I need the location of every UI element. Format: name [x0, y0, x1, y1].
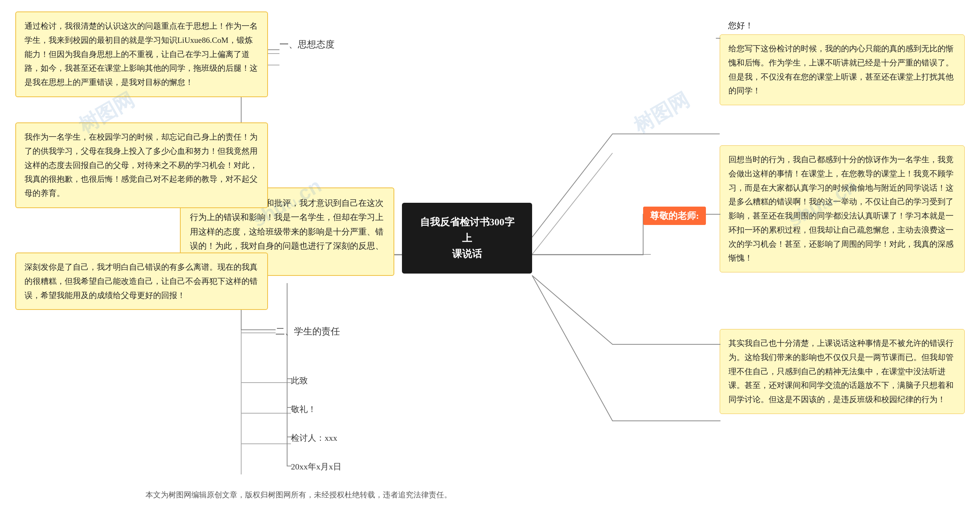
teacher-para-3: 其实我自己也十分清楚，上课说话这种事情是不被允许的错误行为。这给我们带来的影响也… — [720, 329, 965, 414]
footer-note: 本文为树图网编辑原创文章，版权归树图网所有，未经授权杜绝转载，违者追究法律责任。 — [145, 490, 452, 500]
jingli-label: 敬礼！ — [291, 404, 316, 415]
left-box-2: 我作为一名学生，在校园学习的时候，却忘记自己身上的责任！为了的供我学习，父母在我… — [15, 122, 268, 208]
watermark-3: 树图网 — [629, 86, 694, 140]
jiantaoren-label: 检讨人：xxx — [291, 432, 337, 444]
svg-line-11 — [532, 153, 612, 254]
central-node: 自我反省检讨书300字上课说话 — [402, 203, 532, 274]
teacher-para-1: 给您写下这份检讨的时候，我的的内心只能的真的感到无比的惭愧和后悔。作为学生，上课… — [720, 34, 965, 105]
branch2-label: 二、学生的责任 — [276, 325, 340, 337]
cizhi-label: 此致 — [291, 375, 308, 386]
left-box-3: 深刻发你是了自己，我才明白自己错误的有多么离谱。现在的我真的很糟糕，但我希望自己… — [15, 253, 268, 310]
teacher-label-badge: 尊敬的老师: — [643, 207, 706, 231]
left-box-1: 通过检讨，我很清楚的认识这次的问题重点在于思想上！作为一名学生，我来到校园的最初… — [15, 11, 268, 97]
date-label: 20xx年x月x日 — [291, 461, 341, 473]
teacher-para-2: 回想当时的行为，我自己都感到十分的惊讶作为一名学生，我竟会做出这样的事情！在课堂… — [720, 145, 965, 272]
branch1-label: 一、思想态度 — [279, 38, 335, 51]
